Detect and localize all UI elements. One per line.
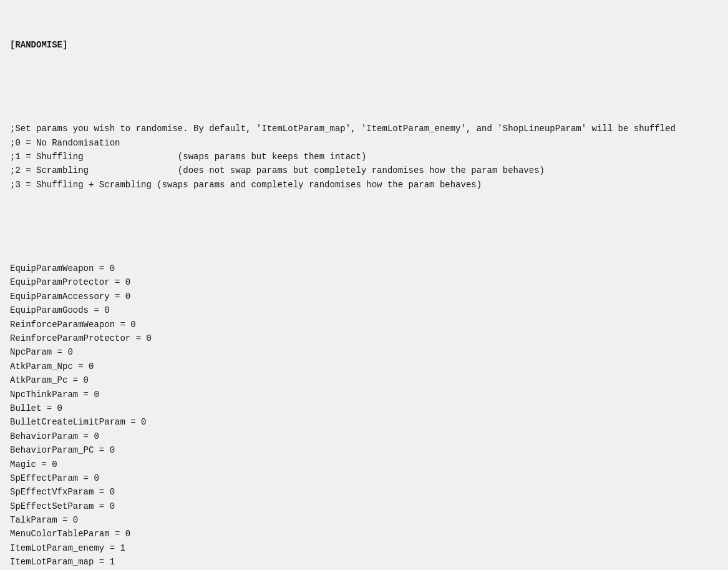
param-line: AtkParam_Npc = 0: [10, 360, 718, 373]
param-line: EquipParamProtector = 0: [10, 275, 718, 289]
param-line: EquipParamAccessory = 0: [10, 290, 718, 303]
param-line: ItemLotParam_enemy = 1: [10, 541, 718, 555]
section-header: [RANDOMISE]: [10, 38, 718, 52]
params-block: EquipParamWeapon = 0EquipParamProtector …: [10, 262, 718, 570]
param-line: ItemLotParam_map = 1: [10, 555, 718, 569]
comment-line: ;1 = Shuffling (swaps params but keeps t…: [10, 150, 718, 164]
param-line: NpcThinkParam = 0: [10, 388, 718, 401]
comment-line: ;2 = Scrambling (does not swap params bu…: [10, 164, 718, 177]
comment-line: ;3 = Shuffling + Scrambling (swaps param…: [10, 178, 718, 192]
param-line: MenuColorTableParam = 0: [10, 527, 718, 541]
param-line: SpEffectSetParam = 0: [10, 499, 718, 513]
config-content: [RANDOMISE] ;Set params you wish to rand…: [10, 10, 718, 570]
param-line: EquipParamGoods = 0: [10, 303, 718, 317]
param-line: Magic = 0: [10, 458, 718, 471]
param-line: SpEffectVfxParam = 0: [10, 485, 718, 499]
param-line: AtkParam_Pc = 0: [10, 373, 718, 387]
param-line: ReinforceParamProtector = 0: [10, 332, 718, 345]
param-line: BehaviorParam = 0: [10, 430, 718, 443]
param-line: NpcParam = 0: [10, 345, 718, 359]
comment-line: ;0 = No Randomisation: [10, 136, 718, 150]
param-line: SpEffectParam = 0: [10, 471, 718, 485]
comment-line: ;Set params you wish to randomise. By de…: [10, 122, 718, 135]
param-line: ReinforceParamWeapon = 0: [10, 318, 718, 332]
comments-block: ;Set params you wish to randomise. By de…: [10, 122, 718, 192]
param-line: Bullet = 0: [10, 401, 718, 415]
param-line: TalkParam = 0: [10, 513, 718, 527]
param-line: BehaviorParam_PC = 0: [10, 443, 718, 457]
param-line: EquipParamWeapon = 0: [10, 262, 718, 275]
param-line: BulletCreateLimitParam = 0: [10, 415, 718, 429]
